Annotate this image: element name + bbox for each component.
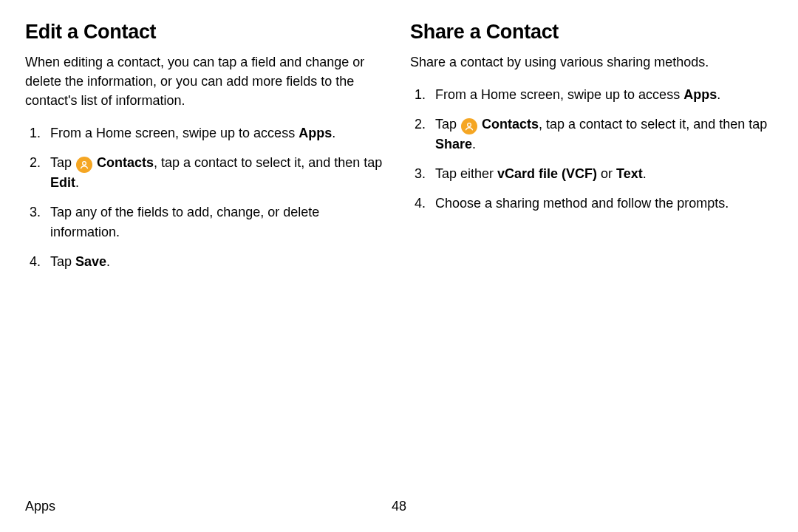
- step-text: or: [597, 166, 616, 181]
- step-bold: Save: [75, 254, 106, 269]
- step-bold: Text: [616, 166, 643, 181]
- step-text: .: [75, 175, 79, 190]
- list-item: Tap either vCard file (VCF) or Text.: [429, 164, 773, 183]
- step-text: .: [643, 166, 647, 181]
- list-item: From a Home screen, swipe up to access A…: [429, 85, 773, 104]
- step-text: Tap: [435, 117, 460, 132]
- edit-contact-intro: When editing a contact, you can tap a fi…: [25, 52, 388, 110]
- manual-page: Edit a Contact When editing a contact, y…: [0, 0, 798, 532]
- share-contact-steps: From a Home screen, swipe up to access A…: [410, 85, 773, 213]
- step-text: , tap a contact to select it, and then t…: [539, 117, 767, 132]
- share-contact-heading: Share a Contact: [410, 21, 773, 44]
- page-number: 48: [392, 499, 406, 514]
- list-item: Tap Save.: [44, 252, 388, 271]
- contacts-icon: [76, 157, 92, 173]
- step-text: , tap a contact to select it, and then t…: [154, 155, 382, 170]
- step-text: Tap: [50, 155, 75, 170]
- step-bold: Apps: [683, 87, 717, 102]
- footer-section: Apps: [25, 499, 55, 514]
- step-bold: Apps: [299, 126, 332, 140]
- share-contact-intro: Share a contact by using various sharing…: [410, 52, 773, 72]
- edit-contact-heading: Edit a Contact: [25, 21, 388, 44]
- svg-point-0: [83, 162, 86, 166]
- list-item: From a Home screen, swipe up to access A…: [44, 123, 388, 143]
- step-bold: Edit: [50, 175, 75, 190]
- list-item: Tap Contacts, tap a contact to select it…: [429, 115, 773, 154]
- contacts-icon: [461, 118, 477, 134]
- step-text: Tap either: [435, 166, 497, 181]
- step-text: Tap: [50, 254, 75, 269]
- page-footer: Apps 48: [25, 499, 773, 519]
- step-text: .: [717, 87, 720, 102]
- left-column: Edit a Contact When editing a contact, y…: [25, 21, 388, 499]
- right-column: Share a Contact Share a contact by using…: [410, 21, 773, 499]
- list-item: Tap any of the fields to add, change, or…: [44, 202, 388, 241]
- step-text: .: [472, 137, 476, 151]
- step-bold: Share: [435, 137, 472, 151]
- step-text: From a Home screen, swipe up to access: [435, 87, 683, 102]
- step-text: From a Home screen, swipe up to access: [50, 126, 299, 140]
- edit-contact-steps: From a Home screen, swipe up to access A…: [25, 123, 388, 270]
- step-text: .: [106, 254, 110, 269]
- list-item: Choose a sharing method and follow the p…: [429, 194, 773, 213]
- svg-point-1: [468, 123, 471, 127]
- step-bold: Contacts: [97, 155, 154, 170]
- content-columns: Edit a Contact When editing a contact, y…: [25, 21, 773, 499]
- step-bold: vCard file (VCF): [497, 166, 597, 181]
- step-text: .: [332, 126, 335, 140]
- step-bold: Contacts: [482, 117, 539, 132]
- list-item: Tap Contacts, tap a contact to select it…: [44, 153, 388, 192]
